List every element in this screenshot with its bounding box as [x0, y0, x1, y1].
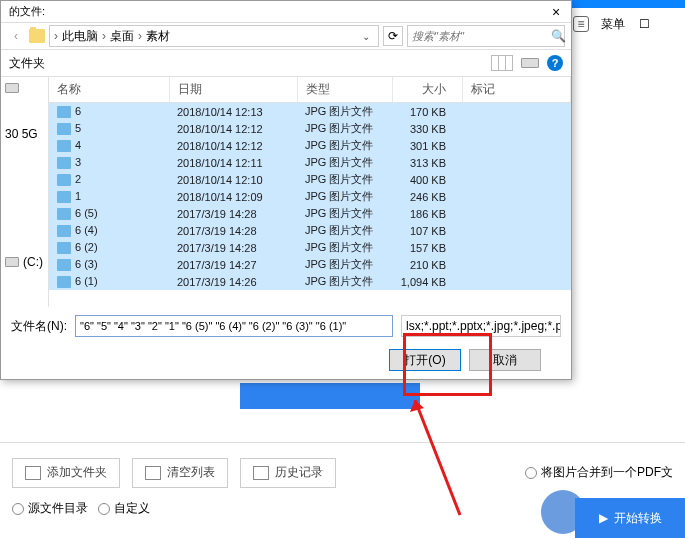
merge-pdf-option[interactable]: 将图片合并到一个PDF文 — [525, 464, 673, 481]
image-file-icon — [57, 157, 71, 169]
clear-list-button[interactable]: 清空列表 — [132, 458, 228, 488]
image-file-icon — [57, 225, 71, 237]
play-icon: ▶ — [599, 511, 608, 525]
col-type[interactable]: 类型 — [297, 77, 392, 103]
dialog-toolbar: 文件夹 ? — [1, 49, 571, 77]
refresh-icon[interactable]: ⟳ — [383, 26, 403, 46]
sidebar-item[interactable] — [1, 81, 48, 95]
image-file-icon — [57, 191, 71, 203]
search-input[interactable]: 🔍 — [407, 25, 565, 47]
start-convert-button[interactable]: ▶ 开始转换 — [575, 498, 685, 538]
col-date[interactable]: 日期 — [169, 77, 297, 103]
crumb-1[interactable]: 此电脑 — [60, 28, 100, 45]
clock-icon — [253, 466, 269, 480]
table-row[interactable]: 62018/10/14 12:13JPG 图片文件170 KB — [49, 103, 571, 121]
image-file-icon — [57, 276, 71, 288]
chevron-down-icon[interactable]: ⌄ — [362, 31, 370, 42]
dialog-titlebar: 的文件: × — [1, 1, 571, 23]
sidebar-item[interactable]: (C:) — [1, 253, 48, 271]
open-button[interactable]: 打开(O) — [389, 349, 461, 371]
col-size[interactable]: 大小 — [392, 77, 462, 103]
filename-label: 文件名(N): — [11, 318, 67, 335]
search-field[interactable] — [412, 30, 551, 42]
table-row[interactable]: 6 (2)2017/3/19 14:28JPG 图片文件157 KB — [49, 239, 571, 256]
col-tag[interactable]: 标记 — [462, 77, 571, 103]
crumb-2[interactable]: 桌面 — [108, 28, 136, 45]
close-icon[interactable]: × — [547, 3, 565, 21]
drive-icon — [5, 83, 19, 93]
history-button[interactable]: 历史记录 — [240, 458, 336, 488]
new-folder-label[interactable]: 文件夹 — [9, 55, 45, 72]
dialog-title: 的文件: — [9, 4, 45, 19]
view-options-icon[interactable] — [491, 55, 513, 71]
radio-icon — [98, 503, 110, 515]
add-folder-button[interactable]: 添加文件夹 — [12, 458, 120, 488]
table-row[interactable]: 42018/10/14 12:12JPG 图片文件301 KB — [49, 137, 571, 154]
file-open-dialog: 的文件: × ‹ › 此电脑 › 桌面 › 素材 ⌄ ⟳ 🔍 文件夹 ? — [0, 0, 572, 380]
col-name[interactable]: 名称 — [49, 77, 169, 103]
bottom-toolbar: 添加文件夹 清空列表 历史记录 将图片合并到一个PDF文 — [0, 442, 685, 502]
cancel-button[interactable]: 取消 — [469, 349, 541, 371]
app-header-right: ≡ 菜单 ☐ — [565, 8, 685, 40]
folder-plus-icon — [25, 466, 41, 480]
breadcrumb[interactable]: › 此电脑 › 桌面 › 素材 ⌄ — [49, 25, 379, 47]
image-file-icon — [57, 242, 71, 254]
nav-back-icon[interactable]: ‹ — [7, 27, 25, 45]
table-row[interactable]: 52018/10/14 12:12JPG 图片文件330 KB — [49, 120, 571, 137]
dialog-actions: 打开(O) 取消 — [1, 345, 571, 375]
breadcrumb-bar: ‹ › 此电脑 › 桌面 › 素材 ⌄ ⟳ 🔍 — [1, 23, 571, 49]
table-row[interactable]: 6 (1)2017/3/19 14:26JPG 图片文件1,094 KB — [49, 273, 571, 290]
custom-option[interactable]: 自定义 — [98, 500, 150, 517]
menu-icon[interactable]: ≡ — [573, 16, 589, 32]
trash-icon — [145, 466, 161, 480]
radio-icon — [525, 467, 537, 479]
table-row[interactable]: 32018/10/14 12:11JPG 图片文件313 KB — [49, 154, 571, 171]
radio-icon — [12, 503, 24, 515]
help-icon[interactable]: ? — [547, 55, 563, 71]
sidebar-item[interactable]: 30 5G — [1, 125, 48, 143]
dialog-sidebar: 30 5G (C:) — [1, 77, 49, 307]
background-primary-button[interactable] — [240, 383, 420, 409]
table-row[interactable]: 12018/10/14 12:09JPG 图片文件246 KB — [49, 188, 571, 205]
file-list[interactable]: 名称 日期 类型 大小 标记 62018/10/14 12:13JPG 图片文件… — [49, 77, 571, 307]
search-icon: 🔍 — [551, 29, 566, 43]
image-file-icon — [57, 208, 71, 220]
menu-label[interactable]: 菜单 — [601, 16, 625, 33]
image-file-icon — [57, 123, 71, 135]
image-file-icon — [57, 140, 71, 152]
image-file-icon — [57, 174, 71, 186]
table-row[interactable]: 22018/10/14 12:10JPG 图片文件400 KB — [49, 171, 571, 188]
filename-input[interactable] — [75, 315, 393, 337]
file-filter-dropdown[interactable]: lsx;*.ppt;*.pptx;*.jpg;*.jpeg;*.png;*.bm… — [401, 315, 561, 337]
maximize-icon[interactable]: ☐ — [637, 17, 651, 31]
drive-icon — [5, 257, 19, 267]
folder-icon — [29, 29, 45, 43]
filename-row: 文件名(N): lsx;*.ppt;*.pptx;*.jpg;*.jpeg;*.… — [1, 307, 571, 345]
crumb-3[interactable]: 素材 — [144, 28, 172, 45]
table-row[interactable]: 6 (3)2017/3/19 14:27JPG 图片文件210 KB — [49, 256, 571, 273]
image-file-icon — [57, 259, 71, 271]
image-file-icon — [57, 106, 71, 118]
preview-pane-icon[interactable] — [521, 58, 539, 68]
table-row[interactable]: 6 (5)2017/3/19 14:28JPG 图片文件186 KB — [49, 205, 571, 222]
table-row[interactable]: 6 (4)2017/3/19 14:28JPG 图片文件107 KB — [49, 222, 571, 239]
src-dir-option[interactable]: 源文件目录 — [12, 500, 88, 517]
